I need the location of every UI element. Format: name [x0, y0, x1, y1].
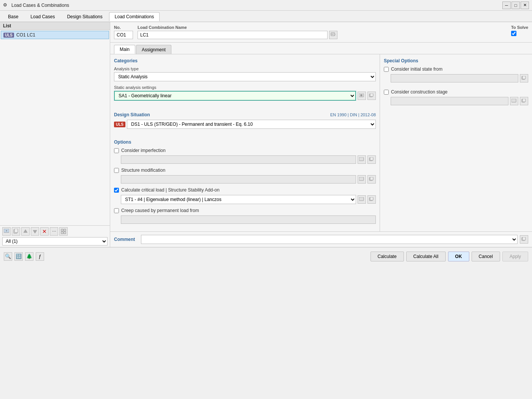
- app-icon: ⚙: [3, 2, 9, 8]
- to-solve-checkbox-wrap: [511, 31, 528, 36]
- svg-rect-6: [61, 229, 63, 231]
- calculate-all-button[interactable]: Calculate All: [406, 252, 446, 261]
- calculate-button[interactable]: Calculate: [370, 252, 404, 261]
- analysis-type-select[interactable]: Static Analysis: [114, 72, 376, 81]
- top-fields: No. Load Combination Name To Solve: [110, 22, 532, 43]
- move-down-button[interactable]: [31, 227, 39, 236]
- delete-item-button[interactable]: ✕: [40, 227, 49, 236]
- uls-badge: ULS: [114, 122, 125, 127]
- edit-name-button[interactable]: [329, 31, 337, 39]
- tab-main[interactable]: Main: [114, 45, 135, 54]
- critical-load-select[interactable]: ST1 - #4 | Eigenvalue method (linear) | …: [121, 195, 356, 204]
- list-item[interactable]: ULS CO1 LC1: [1, 31, 109, 39]
- comment-select[interactable]: [141, 235, 518, 244]
- critical-load-new-button[interactable]: [358, 195, 366, 204]
- right-panel: No. Load Combination Name To Solve: [110, 22, 532, 247]
- title-bar: ⚙ Load Cases & Combinations ─ □ ✕: [0, 0, 532, 11]
- structure-mod-input: [121, 175, 356, 184]
- critical-load-option-row: Calculate critical load | Structure Stab…: [114, 187, 376, 193]
- ok-button[interactable]: OK: [448, 252, 469, 261]
- imperfection-input: [121, 155, 356, 164]
- initial-state-label: Consider initial state from: [391, 66, 442, 72]
- svg-marker-4: [24, 230, 27, 233]
- svg-rect-17: [370, 93, 373, 97]
- to-solve-checkbox[interactable]: [511, 31, 516, 36]
- main-body: Categories Analysis type Static Analysis…: [110, 54, 532, 231]
- static-settings-select[interactable]: SA1 - Geometrically linear: [114, 91, 356, 101]
- comment-copy-button[interactable]: [520, 235, 528, 244]
- svg-rect-18: [359, 157, 364, 161]
- categories-section-title: Categories: [114, 58, 376, 63]
- copy-item-button[interactable]: [12, 227, 20, 236]
- static-settings-copy-button[interactable]: [367, 92, 376, 100]
- construction-stage-label: Consider construction stage: [391, 89, 448, 95]
- tab-base[interactable]: Base: [2, 12, 24, 21]
- construction-stage-input: [391, 97, 508, 105]
- svg-rect-28: [522, 76, 526, 79]
- name-label: Load Combination Name: [138, 25, 337, 30]
- static-settings-label: Static analysis settings: [114, 85, 376, 90]
- add-item-button[interactable]: +: [2, 227, 11, 236]
- construction-stage-copy-btn-1[interactable]: [510, 97, 518, 105]
- initial-state-checkbox[interactable]: [384, 67, 389, 72]
- structure-mod-label: Structure modification: [121, 168, 165, 173]
- critical-load-label: Calculate critical load | Structure Stab…: [121, 187, 220, 193]
- svg-rect-21: [359, 177, 364, 180]
- critical-load-copy-button[interactable]: [367, 195, 376, 204]
- apply-button[interactable]: Apply: [502, 252, 528, 261]
- imperfection-option-row: Consider imperfection: [114, 148, 376, 153]
- structure-mod-new-button[interactable]: [358, 175, 366, 184]
- main-content-right: Special Options Consider initial state f…: [380, 54, 532, 231]
- special-options-label: Special Options: [384, 58, 528, 63]
- initial-state-copy-button[interactable]: [520, 74, 528, 82]
- tab-design-situations[interactable]: Design Situations: [61, 12, 108, 21]
- cancel-button[interactable]: Cancel: [472, 252, 500, 261]
- imperfection-checkbox[interactable]: [114, 148, 119, 153]
- svg-rect-29: [511, 99, 516, 102]
- creep-option-row: Creep caused by permanent load from: [114, 208, 376, 213]
- imperfection-new-button[interactable]: [358, 155, 366, 164]
- static-settings-new-button[interactable]: ⊞: [358, 92, 366, 100]
- move-up-button[interactable]: [21, 227, 30, 236]
- no-input[interactable]: [114, 31, 133, 39]
- close-button[interactable]: ✕: [521, 2, 529, 9]
- tab-assignment[interactable]: Assignment: [136, 45, 171, 54]
- creep-checkbox[interactable]: [114, 208, 119, 213]
- imperfection-input-row: [121, 155, 376, 164]
- design-situation-select-row: ULS DS1 - ULS (STR/GEO) - Permanent and …: [114, 120, 376, 129]
- construction-stage-copy-btn-2[interactable]: [520, 97, 528, 105]
- design-situation-select[interactable]: DS1 - ULS (STR/GEO) - Permanent and tran…: [127, 120, 376, 129]
- grid-view-button[interactable]: [59, 227, 68, 236]
- list-content: ULS CO1 LC1: [0, 30, 110, 225]
- creep-input: [121, 215, 376, 224]
- static-settings-row: SA1 - Geometrically linear ⊞: [114, 91, 376, 101]
- svg-rect-3: [14, 229, 18, 233]
- initial-state-option-row: Consider initial state from: [384, 66, 528, 72]
- structure-mod-checkbox[interactable]: [114, 168, 119, 173]
- critical-load-checkbox[interactable]: [114, 188, 119, 193]
- svg-rect-8: [61, 232, 63, 234]
- initial-state-input-row: [391, 74, 528, 82]
- content-tabs: Main Assignment: [110, 43, 532, 54]
- search-icon-button[interactable]: 🔍: [4, 252, 12, 261]
- construction-stage-checkbox[interactable]: [384, 90, 389, 95]
- left-panel: List ULS CO1 LC1 + ✕: [0, 22, 110, 247]
- to-solve-section: To Solve: [511, 25, 528, 36]
- imperfection-label: Consider imperfection: [121, 148, 166, 153]
- svg-rect-7: [64, 229, 66, 231]
- minimize-button[interactable]: ─: [502, 2, 511, 9]
- formula-icon-button[interactable]: ƒ: [36, 252, 44, 261]
- more-options-button[interactable]: ⋯: [50, 227, 58, 236]
- structure-mod-option-row: Structure modification: [114, 168, 376, 173]
- filter-select[interactable]: All (1): [2, 237, 108, 245]
- structure-mod-copy-button[interactable]: [367, 175, 376, 184]
- tab-load-cases[interactable]: Load Cases: [25, 12, 60, 21]
- maximize-button[interactable]: □: [511, 2, 520, 9]
- tree-icon-button[interactable]: 🌲: [25, 252, 33, 261]
- svg-text:⊞: ⊞: [360, 94, 363, 97]
- name-input[interactable]: [138, 31, 328, 39]
- imperfection-copy-button[interactable]: [367, 155, 376, 164]
- tab-load-combinations[interactable]: Load Combinations: [109, 12, 160, 21]
- info-icon-button[interactable]: 🔢: [14, 252, 23, 261]
- menu-tabs: Base Load Cases Design Situations Load C…: [0, 11, 532, 22]
